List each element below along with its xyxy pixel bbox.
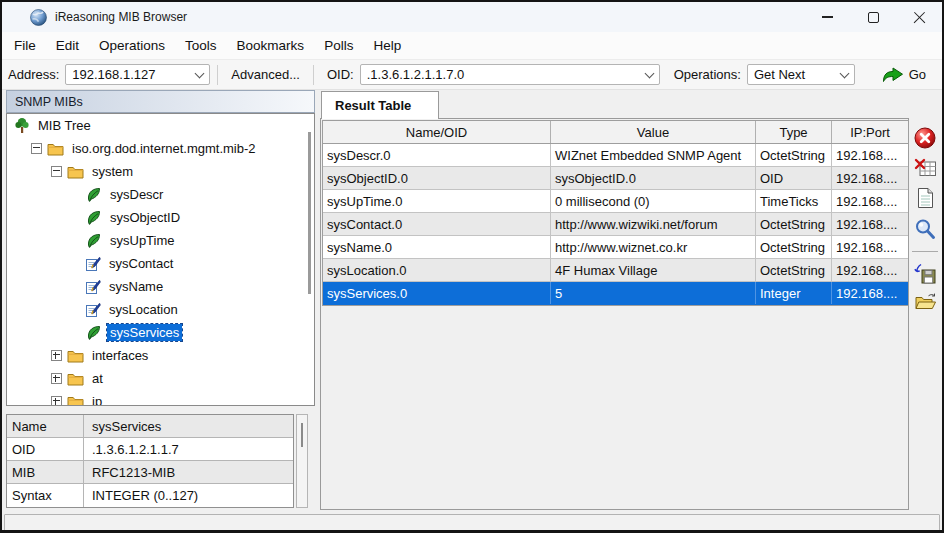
tree-item-ip[interactable]: ip: [7, 390, 314, 406]
document-icon[interactable]: [916, 187, 935, 209]
go-label: Go: [909, 67, 926, 82]
address-combobox[interactable]: 192.168.1.127: [65, 64, 210, 85]
scrollbar-thumb[interactable]: [301, 423, 303, 447]
cell-ip: 192.168....: [832, 167, 908, 189]
detail-row-mib: MIB RFC1213-MIB: [7, 461, 293, 484]
writable-pen-icon: [85, 279, 101, 295]
expand-expander-icon[interactable]: [51, 396, 62, 406]
table-row[interactable]: sysDescr.0 WIZnet Embedded SNMP Agent Oc…: [323, 144, 908, 167]
tree-item-interfaces[interactable]: interfaces: [7, 344, 314, 367]
detail-value: .1.3.6.1.2.1.1.7: [84, 442, 179, 457]
cell-value: http://www.wizwiki.net/forum: [551, 213, 756, 235]
menu-polls[interactable]: Polls: [314, 38, 363, 53]
cell-ip: 192.168....: [832, 190, 908, 212]
open-folder-icon[interactable]: [914, 293, 937, 311]
tree-item-syslocation[interactable]: sysLocation: [7, 298, 314, 321]
tree-item-sysname[interactable]: sysName: [7, 275, 314, 298]
table-row[interactable]: sysLocation.0 4F Humax Village OctetStri…: [323, 259, 908, 282]
close-button[interactable]: [896, 2, 942, 32]
table-row[interactable]: sysName.0 http://www.wiznet.co.kr OctetS…: [323, 236, 908, 259]
expand-expander-icon[interactable]: [51, 373, 62, 384]
chevron-down-icon: [644, 68, 654, 78]
tree-item-mib2[interactable]: iso.org.dod.internet.mgmt.mib-2: [7, 137, 314, 160]
cell-name: sysName.0: [323, 236, 551, 258]
menu-tools[interactable]: Tools: [175, 38, 227, 53]
tree-item-system[interactable]: system: [7, 160, 314, 183]
cell-name: sysObjectID.0: [323, 167, 551, 189]
cell-value: 4F Humax Village: [551, 259, 756, 281]
side-toolbar: [910, 127, 940, 311]
menu-bookmarks[interactable]: Bookmarks: [227, 38, 315, 53]
detail-value: RFC1213-MIB: [84, 465, 175, 480]
window-title: iReasoning MIB Browser: [55, 10, 187, 24]
tree-icon: [14, 117, 30, 134]
find-magnifier-icon[interactable]: [914, 218, 936, 240]
leaf-icon: [85, 233, 102, 249]
collapse-expander-icon[interactable]: [51, 166, 62, 177]
advanced-button[interactable]: Advanced...: [231, 67, 300, 82]
maximize-icon: [868, 12, 879, 23]
cell-value: WIZnet Embedded SNMP Agent: [551, 144, 756, 166]
menu-bar: File Edit Operations Tools Bookmarks Pol…: [2, 32, 942, 59]
tree-item-sysdescr[interactable]: sysDescr: [7, 183, 314, 206]
tree-item-sysservices[interactable]: sysServices: [7, 321, 314, 344]
minimize-icon: [822, 16, 833, 18]
address-value: 192.168.1.127: [72, 67, 155, 82]
title-bar: iReasoning MIB Browser: [2, 2, 942, 32]
tab-result-table[interactable]: Result Table: [321, 91, 439, 119]
close-icon: [913, 11, 926, 24]
minimize-button[interactable]: [804, 2, 850, 32]
menu-file[interactable]: File: [4, 38, 46, 53]
oid-value: .1.3.6.1.2.1.1.7.0: [367, 67, 465, 82]
snmp-mibs-header: SNMP MIBs: [6, 90, 315, 113]
tree-item-sysobjectid[interactable]: sysObjectID: [7, 206, 314, 229]
cell-name: sysLocation.0: [323, 259, 551, 281]
column-header-name-oid[interactable]: Name/OID: [323, 121, 551, 143]
tree-item-mib-tree[interactable]: MIB Tree: [7, 114, 314, 137]
clear-table-icon[interactable]: [914, 158, 937, 178]
cell-name: sysDescr.0: [323, 144, 551, 166]
folder-icon: [67, 165, 84, 179]
collapse-expander-icon[interactable]: [31, 143, 42, 154]
detail-row-name: Name sysServices: [7, 415, 293, 438]
cell-type: OctetString: [756, 144, 832, 166]
folder-icon: [67, 349, 84, 363]
oid-combobox[interactable]: .1.3.6.1.2.1.1.7.0: [360, 64, 660, 85]
table-row[interactable]: sysObjectID.0 sysObjectID.0 OID 192.168.…: [323, 167, 908, 190]
column-header-type[interactable]: Type: [756, 121, 832, 143]
cell-value: 5: [551, 282, 756, 304]
menu-help[interactable]: Help: [363, 38, 411, 53]
leaf-icon: [85, 187, 102, 203]
detail-label: Syntax: [7, 484, 84, 507]
app-window: iReasoning MIB Browser File Edit Operati…: [0, 0, 944, 533]
maximize-button[interactable]: [850, 2, 896, 32]
export-save-icon[interactable]: [914, 263, 937, 284]
cell-name: sysContact.0: [323, 213, 551, 235]
tree-item-at[interactable]: at: [7, 367, 314, 390]
tree-vertical-scrollbar[interactable]: [308, 132, 311, 294]
go-button[interactable]: Go: [882, 67, 926, 83]
result-panel: Name/OID Value Type IP:Port sysDescr.0 W…: [320, 118, 909, 510]
operations-combobox[interactable]: Get Next: [747, 64, 855, 85]
column-header-value[interactable]: Value: [551, 121, 756, 143]
stop-icon[interactable]: [914, 127, 936, 149]
tree-item-sysuptime[interactable]: sysUpTime: [7, 229, 314, 252]
tree-item-syscontact[interactable]: sysContact: [7, 252, 314, 275]
table-row[interactable]: sysContact.0 http://www.wizwiki.net/foru…: [323, 213, 908, 236]
column-header-ip-port[interactable]: IP:Port: [832, 121, 908, 143]
cell-type: TimeTicks: [756, 190, 832, 212]
operations-value: Get Next: [754, 67, 805, 82]
chevron-down-icon: [195, 68, 205, 78]
folder-icon: [67, 395, 84, 407]
table-row[interactable]: sysUpTime.0 0 millisecond (0) TimeTicks …: [323, 190, 908, 213]
cell-value: sysObjectID.0: [551, 167, 756, 189]
node-detail-table: Name sysServices OID .1.3.6.1.2.1.1.7 MI…: [6, 414, 294, 508]
app-globe-icon: [30, 9, 47, 26]
menu-operations[interactable]: Operations: [89, 38, 175, 53]
go-arrow-icon: [882, 67, 904, 83]
menu-edit[interactable]: Edit: [46, 38, 89, 53]
expand-expander-icon[interactable]: [51, 350, 62, 361]
detail-vertical-scrollbar[interactable]: [296, 414, 308, 508]
table-row-selected[interactable]: sysServices.0 5 Integer 192.168....: [323, 282, 908, 305]
operations-label: Operations:: [674, 67, 741, 82]
